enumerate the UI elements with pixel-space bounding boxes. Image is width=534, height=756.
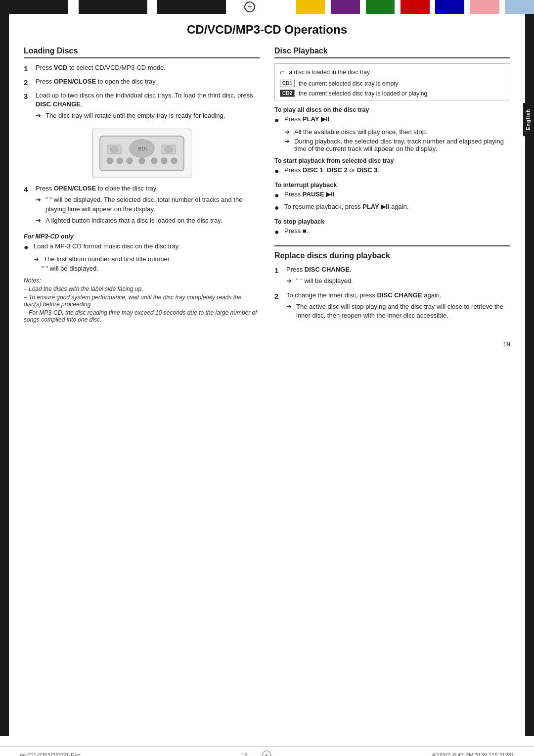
play-all-title: To play all discs on the disc tray [274,106,510,113]
notes-section: Notes: – Load the discs with the label s… [24,277,260,323]
english-tab: English [523,103,534,136]
arrow-icon: ➔ [36,195,44,214]
play-all-arrow2: ➔ During playback, the selected disc tra… [284,138,510,152]
svg-point-8 [117,158,123,164]
mp3-arrow1: ➔ The first album number and first title… [34,255,260,263]
bullet-icon: ● [274,115,282,126]
stop-title: To stop playback [274,218,510,225]
step-4-content: Press OPEN/CLOSE to close the disc tray.… [36,184,260,227]
step-4-arrow1: ➔ " " will be displayed. The selected di… [36,195,260,214]
arrow-icon: ➔ [286,277,294,286]
interrupt-title: To interrupt playback [274,182,510,189]
top-color-bar [0,0,534,14]
mp3-arrow2-text: " " will be displayed. [42,265,98,272]
bar-gap-pk [499,0,505,14]
step-4-arrow2-text: A lighted button indicates that a disc i… [45,216,222,226]
step-num-3: 3 [24,91,33,123]
disc-icon-desc-1: a disc is loaded in the disc tray [289,69,370,76]
list-item: 2 Press OPEN/CLOSE to open the disc tray… [24,77,260,88]
play-all-arrow1-text: All the available discs will play once, … [294,128,428,136]
step-4-arrow2: ➔ A lighted button indicates that a disc… [36,216,260,226]
play-all-arrow1: ➔ All the available discs will play once… [284,128,510,136]
page-num: 19 [24,340,510,348]
footer: pg 001-035/V795/21-Eng 19 + 4/16/02, 6:4… [0,746,534,756]
bar-crosshair-left [233,0,267,14]
step-3-content: Load up to two discs on the individual d… [36,91,260,123]
disc-icon-row-3: CD2 the current selected disc tray is lo… [280,90,505,97]
disc-playback-header: Disc Playback [274,47,510,58]
bar-pink [470,0,499,14]
interrupt-text-1: Press PAUSE ▶II [284,190,335,198]
bar-crosshair-right [267,0,296,14]
list-item: 4 Press OPEN/CLOSE to close the disc tra… [24,184,260,227]
interrupt-text-2: To resume playback, press PLAY ▶II again… [284,203,408,210]
footer-left: pg 001-035/V795/21-Eng [20,752,81,756]
arrow-icon: ➔ [284,128,292,136]
mp3-cd-section: For MP3-CD only ● Load a MP-3 CD format … [24,233,260,272]
loading-discs-header: Loading Discs [24,47,260,58]
loading-steps-list: 1 Press VCD to select CD/VCD/MP3-CD mode… [24,63,260,123]
bullet-icon: ● [274,190,282,201]
svg-point-10 [139,158,145,164]
svg-text:RЏs: RЏs [137,145,147,151]
bar-gap-y [325,0,331,14]
replace-step-num-1: 1 [274,265,283,288]
col-left: Loading Discs 1 Press VCD to select CD/V… [24,47,260,326]
list-item: 2 To change the inner disc, press DISC C… [274,291,510,323]
bar-green [366,0,395,14]
svg-point-4 [110,146,118,152]
replace-step-2-arrow-text: The active disc will stop playing and th… [296,302,510,321]
disc-badge-cd1: CD1 [280,80,295,87]
svg-point-11 [151,158,157,164]
step-3-arrow-text: The disc tray will rotate until the empt… [45,111,225,121]
bar-black-1 [0,0,68,14]
disc-icon-row-1: ⌐ a disc is loaded in the disc tray [280,67,505,77]
bar-black-2 [79,0,147,14]
note-1: – Load the discs with the label side fac… [24,285,260,292]
cd-player-svg: RЏs [95,131,189,176]
step-1-content: Press VCD to select CD/VCD/MP3-CD mode. [36,63,260,74]
replace-step-num-2: 2 [274,291,283,323]
bar-purple [331,0,360,14]
play-all-arrow2-text: During playback, the selected disc tray,… [294,138,510,152]
step-2-content: Press OPEN/CLOSE to open the disc tray. [36,77,260,88]
mp3-cd-title: For MP3-CD only [24,233,260,240]
bar-gap-g [395,0,400,14]
disc-badge-cd2: CD2 [280,90,295,97]
stop-bullet: ● Press ■. [274,227,510,237]
notes-title: Notes: [24,277,260,284]
footer-center-num: 19 [241,752,247,756]
play-all-text-1: Press PLAY ▶II [284,115,329,123]
main-content: English CD/VCD/MP3-CD Operations Loading… [9,14,525,736]
interrupt-bullet-1: ● Press PAUSE ▶II [274,190,510,201]
bar-gap-2 [147,0,158,14]
note-3: – For MP3-CD, the disc reading time may … [24,309,260,323]
replace-step-1-arrow: ➔ " " will be displayed. [286,277,510,286]
col-right: Disc Playback ⌐ a disc is loaded in the … [274,47,510,326]
bar-gap-b [464,0,470,14]
step-4-list: 4 Press OPEN/CLOSE to close the disc tra… [24,184,260,227]
device-img-inner: RЏs [93,129,191,178]
arrow-icon: ➔ [286,302,294,321]
note-2: – To ensure good system performance, wai… [24,294,260,308]
bar-gap-1 [68,0,79,14]
side-bar-left [0,14,9,736]
list-item: 1 Press VCD to select CD/VCD/MP3-CD mode… [24,63,260,74]
svg-point-12 [161,158,167,164]
list-item: 3 Load up to two discs on the individual… [24,91,260,123]
bar-blue [435,0,464,14]
bullet-icon: ● [274,203,282,213]
selected-disc-text: Press DISC 1, DISC 2 or DISC 3. [284,166,379,174]
bullet-icon: ● [24,242,32,253]
interrupt-bullet-2: ● To resume playback, press PLAY ▶II aga… [274,203,510,213]
replace-section: Replace discs during playback 1 Press DI… [274,245,510,323]
arrow-icon: ➔ [284,138,292,152]
page-wrapper: English CD/VCD/MP3-CD Operations Loading… [0,14,534,736]
selected-disc-bullet: ● Press DISC 1, DISC 2 or DISC 3. [274,166,510,177]
footer-crosshair-icon: + [262,751,271,756]
disc-open-icon: ⌐ [280,67,285,77]
device-image: RЏs [92,129,191,178]
replace-step-2-arrow: ➔ The active disc will stop playing and … [286,302,510,321]
mp3-bullet-text: Load a MP-3 CD format music disc on the … [34,242,180,250]
stop-text: Press ■. [284,227,308,235]
